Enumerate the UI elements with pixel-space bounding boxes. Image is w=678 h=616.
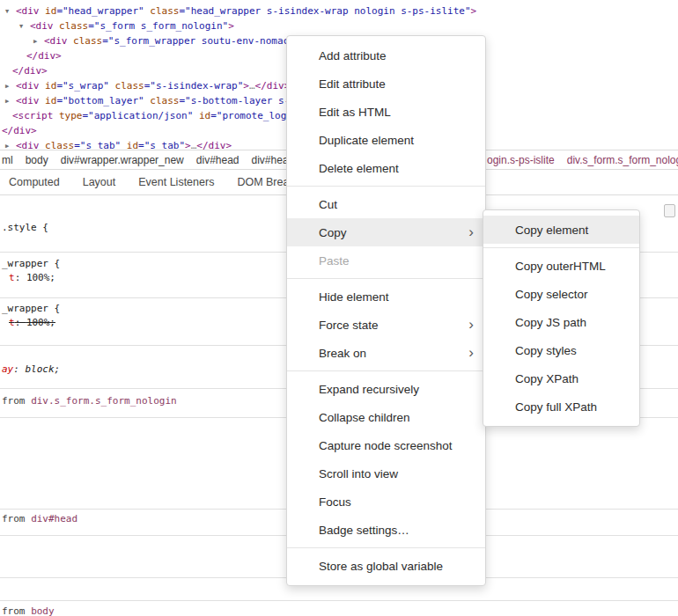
code-token: <div <box>16 5 40 17</box>
property-colon: : <box>13 363 25 375</box>
menu-item-label: Copy outerHTML <box>515 260 606 273</box>
expand-arrow-icon[interactable]: ▶ <box>5 79 16 94</box>
menu-item-label: Copy <box>319 226 347 239</box>
menu-item-copy-outerhtml[interactable]: Copy outerHTML <box>483 252 639 280</box>
breadcrumb-item[interactable]: div.s_form.s_form_nolog <box>567 154 678 166</box>
menu-item-copy-js-path[interactable]: Copy JS path <box>483 308 639 336</box>
menu-item-label: Edit attribute <box>319 77 386 91</box>
menu-item-label: Break on <box>319 347 366 360</box>
styles-toolbar-button[interactable] <box>664 204 675 217</box>
property-value: block; <box>26 363 61 375</box>
menu-item-cut[interactable]: Cut <box>287 190 485 218</box>
breadcrumb-right: ogin.s-ps-islitediv.s_form.s_form_nolog <box>487 150 678 169</box>
css-selector[interactable]: _wrapper { <box>2 303 60 315</box>
menu-item-copy-selector[interactable]: Copy selector <box>483 280 639 308</box>
menu-item-force-state[interactable]: Force state› <box>287 311 485 339</box>
menu-item-add-attribute[interactable]: Add attribute <box>287 41 485 70</box>
code-token: class <box>109 80 144 92</box>
menu-item-badge-settings[interactable]: Badge settings… <box>287 516 485 544</box>
menu-item-label: Focus <box>319 495 351 509</box>
code-token: class <box>68 35 103 47</box>
code-token: ="bottom_layer" <box>56 95 144 106</box>
menu-item-break-on[interactable]: Break on› <box>287 339 485 367</box>
expand-arrow-icon[interactable]: ▶ <box>5 94 16 109</box>
menu-item-label: Store as global variable <box>319 560 443 573</box>
tree-line[interactable]: ▼<div id="head_wrapper" class="head_wrap… <box>0 4 678 18</box>
code-token: > <box>471 5 477 17</box>
tab-event-listeners[interactable]: Event Listeners <box>138 176 214 188</box>
menu-item-capture-node-screenshot[interactable]: Capture node screenshot <box>287 431 485 459</box>
code-token: id <box>40 80 57 92</box>
code-token: id <box>40 5 57 17</box>
menu-item-label: Delete element <box>319 162 399 175</box>
tab-layout[interactable]: Layout <box>83 176 116 188</box>
breadcrumb-item[interactable]: ml <box>2 154 13 166</box>
menu-item-expand-recursively[interactable]: Expand recursively <box>287 375 485 403</box>
breadcrumb-item[interactable]: div#head <box>196 154 240 166</box>
breadcrumb-item[interactable]: ogin.s-ps-islite <box>487 154 555 166</box>
code-token: ="s-bottom-layer s- <box>179 95 290 106</box>
code-token: ="application/json" <box>82 110 193 121</box>
code-token: </div> <box>255 80 291 92</box>
menu-item-copy-styles[interactable]: Copy styles <box>483 336 639 364</box>
code-token: > <box>228 20 234 32</box>
menu-item-label: Collapse children <box>319 411 410 424</box>
property-value: 100%; <box>26 317 55 328</box>
property-name: ay <box>2 363 13 375</box>
code-token: <div <box>44 35 68 47</box>
css-selector[interactable]: .style { <box>2 222 48 234</box>
collapse-arrow-icon[interactable]: ▼ <box>19 19 30 34</box>
code-token: <script <box>12 110 53 121</box>
menu-item-copy-full-xpath[interactable]: Copy full XPath <box>483 392 639 421</box>
menu-item-store-as-global-variable[interactable]: Store as global variable <box>287 552 485 580</box>
tree-line[interactable]: ▼<div class="s_form s_form_nologin"> <box>0 18 678 33</box>
node-link[interactable]: body <box>31 605 55 616</box>
menu-item-label: Duplicate element <box>319 134 414 147</box>
menu-item-label: Copy styles <box>515 344 577 357</box>
node-link[interactable]: div.s_form.s_form_nologin <box>31 395 177 407</box>
menu-separator <box>483 247 639 248</box>
menu-item-edit-as-html[interactable]: Edit as HTML <box>287 98 485 126</box>
menu-separator <box>287 370 485 371</box>
menu-item-label: Force state <box>319 319 379 332</box>
menu-item-collapse-children[interactable]: Collapse children <box>287 403 485 431</box>
breadcrumb-item[interactable]: body <box>26 154 48 166</box>
code-token: id <box>121 140 138 150</box>
menu-item-hide-element[interactable]: Hide element <box>287 282 485 311</box>
menu-item-label: Paste <box>319 254 350 268</box>
css-property[interactable]: t: 100%; <box>9 317 55 329</box>
css-property[interactable]: ay: block; <box>2 363 60 376</box>
breadcrumb-item[interactable]: div#wrapper.wrapper_new <box>61 154 184 166</box>
property-name: t <box>9 317 15 328</box>
code-token: </div> <box>2 125 37 136</box>
expand-arrow-icon[interactable]: ▶ <box>5 139 16 150</box>
menu-item-label: Scroll into view <box>319 467 398 480</box>
element-context-menu: Add attributeEdit attributeEdit as HTMLD… <box>286 35 486 586</box>
code-token: <div <box>16 95 40 106</box>
menu-item-label: Badge settings… <box>319 524 409 537</box>
expand-arrow-icon[interactable]: ▶ <box>33 34 44 49</box>
devtools-window: ▼<div id="head_wrapper" class="head_wrap… <box>0 0 678 616</box>
menu-item-scroll-into-view[interactable]: Scroll into view <box>287 459 485 488</box>
tab-computed[interactable]: Computed <box>9 176 60 188</box>
code-token: ="s_tab" <box>74 140 121 150</box>
menu-item-copy-xpath[interactable]: Copy XPath <box>483 364 639 392</box>
menu-item-copy-element[interactable]: Copy element <box>483 216 639 244</box>
code-token: > <box>185 140 191 150</box>
menu-item-focus[interactable]: Focus <box>287 488 485 516</box>
css-selector[interactable]: _wrapper { <box>2 258 60 270</box>
css-property[interactable]: t: 100%; <box>9 272 55 284</box>
menu-item-label: Cut <box>319 198 337 211</box>
menu-separator <box>287 278 485 279</box>
node-link[interactable]: div#head <box>31 513 77 524</box>
code-token: ="s_tab" <box>138 140 185 150</box>
menu-item-copy[interactable]: Copy› <box>287 218 485 246</box>
menu-item-edit-attribute[interactable]: Edit attribute <box>287 70 485 98</box>
menu-item-label: Hide element <box>319 290 389 304</box>
menu-item-duplicate-element[interactable]: Duplicate element <box>287 126 485 154</box>
menu-item-delete-element[interactable]: Delete element <box>287 154 485 182</box>
submenu-chevron-icon: › <box>468 317 474 332</box>
selector-text: .style { <box>2 222 48 233</box>
collapse-arrow-icon[interactable]: ▼ <box>5 4 16 19</box>
submenu-chevron-icon: › <box>468 224 474 239</box>
